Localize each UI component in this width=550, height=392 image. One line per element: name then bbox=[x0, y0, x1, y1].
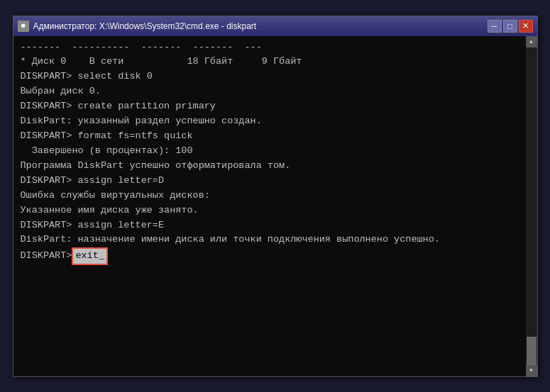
scroll-up-arrow[interactable]: ▲ bbox=[526, 36, 537, 47]
terminal-line: DISKPART> create partition primary bbox=[21, 99, 519, 114]
icon-symbol: ■ bbox=[21, 22, 25, 30]
titlebar-left: ■ Администратор: X:\Windows\System32\cmd… bbox=[18, 21, 257, 32]
scrollbar-track[interactable] bbox=[526, 47, 537, 365]
content-area: ------- ---------- ------- ------- ---* … bbox=[13, 36, 537, 376]
terminal-line: Выбран диск 0. bbox=[21, 84, 519, 99]
window-title: Администратор: X:\Windows\System32\cmd.e… bbox=[33, 21, 257, 31]
terminal-line: DISKPART> format fs=ntfs quick bbox=[21, 129, 519, 144]
current-input-box[interactable]: exit_ bbox=[72, 247, 108, 265]
current-prompt: DISKPART> bbox=[21, 249, 72, 264]
terminal-line: ------- ---------- ------- ------- --- bbox=[21, 40, 519, 55]
scroll-down-arrow[interactable]: ▼ bbox=[526, 365, 537, 376]
window-controls: ─ □ ✕ bbox=[488, 20, 533, 33]
minimize-button[interactable]: ─ bbox=[488, 20, 502, 33]
terminal-line: Указанное имя диска уже занято. bbox=[21, 203, 519, 218]
current-input-line: DISKPART> exit_ bbox=[21, 247, 519, 265]
terminal-line: Завершено (в процентах): 100 bbox=[21, 144, 519, 159]
terminal-line: * Диск 0 В сети 18 Гбайт 9 Гбайт bbox=[21, 55, 519, 69]
terminal-line: DISKPART> assign letter=E bbox=[21, 218, 519, 233]
terminal-line: DISKPART> assign letter=D bbox=[21, 174, 519, 189]
titlebar: ■ Администратор: X:\Windows\System32\cmd… bbox=[13, 16, 537, 36]
scrollbar[interactable]: ▲ ▼ bbox=[526, 36, 537, 376]
cmd-icon: ■ bbox=[18, 21, 29, 32]
terminal-line: DISKPART> select disk 0 bbox=[21, 69, 519, 84]
terminal-line: DiskPart: назначение имени диска или точ… bbox=[21, 233, 519, 247]
close-button[interactable]: ✕ bbox=[519, 20, 533, 33]
terminal-line: Ошибка службы виртуальных дисков: bbox=[21, 189, 519, 203]
terminal-output[interactable]: ------- ---------- ------- ------- ---* … bbox=[13, 36, 526, 376]
terminal-line: DiskPart: указанный раздел успешно созда… bbox=[21, 114, 519, 129]
terminal-line: Программа DiskPart успешно отформатирова… bbox=[21, 159, 519, 174]
maximize-button[interactable]: □ bbox=[503, 20, 517, 33]
scrollbar-thumb[interactable] bbox=[527, 337, 537, 365]
cmd-window: ■ Администратор: X:\Windows\System32\cmd… bbox=[13, 16, 538, 377]
